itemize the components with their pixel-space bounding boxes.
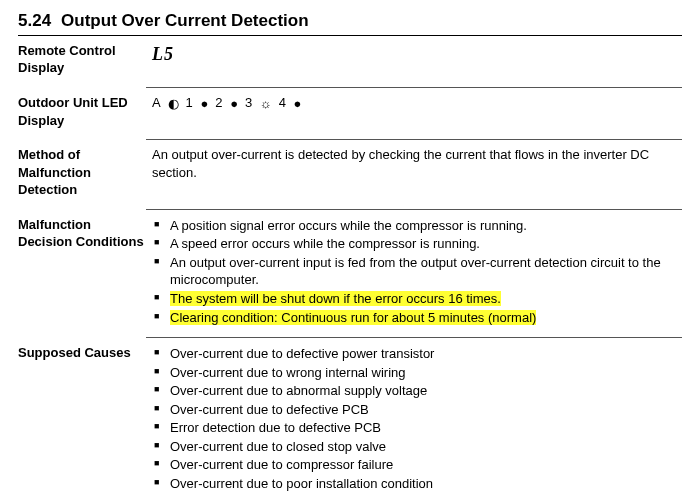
led-index: A xyxy=(152,95,166,110)
led-label: Outdoor Unit LED Display xyxy=(18,94,152,129)
list-item: Clearing condition: Continuous run for a… xyxy=(152,309,682,327)
list-item: The system will be shut down if the erro… xyxy=(152,290,682,308)
list-item: A speed error occurs while the compresso… xyxy=(152,235,682,253)
list-item: Error detection due to defective PCB xyxy=(152,419,682,437)
led-symbol-on: ● xyxy=(294,95,303,113)
remote-label: Remote Control Display xyxy=(18,42,152,77)
heading-number: 5.24 xyxy=(18,11,51,30)
list-item: Over-current due to abnormal supply volt… xyxy=(152,382,682,400)
list-item: Over-current due to wrong internal wirin… xyxy=(152,364,682,382)
led-symbol-off: ☼ xyxy=(260,95,273,113)
divider xyxy=(146,87,682,88)
led-index: 3 xyxy=(245,95,258,110)
list-item: Over-current due to defective PCB xyxy=(152,401,682,419)
led-symbol-on: ● xyxy=(200,95,209,113)
highlighted-text: Clearing condition: Continuous run for a… xyxy=(170,310,536,325)
led-index: 4 xyxy=(279,95,292,110)
decision-label: Malfunction Decision Conditions xyxy=(18,216,152,251)
method-text: An output over-current is detected by ch… xyxy=(152,146,682,181)
divider xyxy=(146,139,682,140)
list-item: Over-current due to closed stop valve xyxy=(152,438,682,456)
led-row: A ◐1 ●2 ●3 ☼4 ● xyxy=(152,95,308,110)
led-symbol-flash: ◐ xyxy=(168,95,180,113)
method-label: Method of Malfunction Detection xyxy=(18,146,152,199)
list-item: Over-current due to compressor failure xyxy=(152,456,682,474)
led-index: 1 xyxy=(186,95,199,110)
list-item: Over-current due to poor installation co… xyxy=(152,475,682,493)
divider xyxy=(146,209,682,210)
list-item: A position signal error occurs while the… xyxy=(152,217,682,235)
list-item: Over-current due to defective power tran… xyxy=(152,345,682,363)
decision-list: A position signal error occurs while the… xyxy=(152,217,682,326)
causes-label: Supposed Causes xyxy=(18,344,152,362)
led-symbol-on: ● xyxy=(230,95,239,113)
divider xyxy=(146,337,682,338)
list-item: An output over-current input is fed from… xyxy=(152,254,682,289)
heading-rule xyxy=(18,35,682,36)
highlighted-text: The system will be shut down if the erro… xyxy=(170,291,501,306)
led-index: 2 xyxy=(215,95,228,110)
heading-title: Output Over Current Detection xyxy=(61,11,308,30)
remote-code: L5 xyxy=(152,44,174,64)
causes-list: Over-current due to defective power tran… xyxy=(152,345,682,492)
section-heading: 5.24Output Over Current Detection xyxy=(18,10,682,33)
